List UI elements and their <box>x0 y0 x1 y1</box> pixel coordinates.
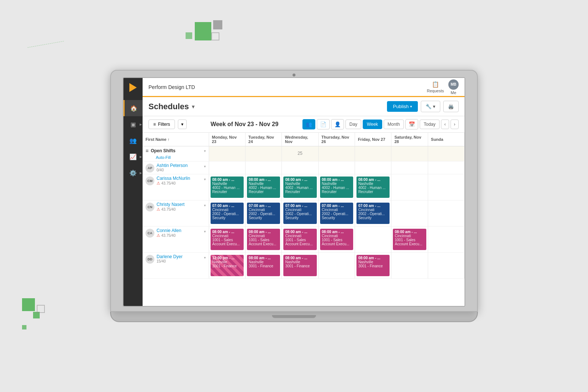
shift-cn-thu[interactable]: 07:00 am - ... Cincinnati 2002 - Operati… <box>318 200 355 227</box>
emp-name-ap[interactable]: Ashtin Peterson <box>157 163 202 168</box>
shift-card[interactable]: 08:00 am - ... Cincinnati 1001 - Sales A… <box>320 229 353 250</box>
shift-ca-tue[interactable]: 08:00 am - ... Cincinnati 1001 - Sales A… <box>245 227 282 253</box>
open-shift-thu <box>318 146 355 161</box>
filters-button[interactable]: ≡ Filters <box>148 120 175 129</box>
month-view-button[interactable]: Month <box>384 120 404 129</box>
day-view-button[interactable]: Day <box>345 120 361 129</box>
shift-card[interactable]: 08:00 am - ... Nashville 4002 - Human ..… <box>211 177 244 198</box>
emp-hours-cm: ⚠ 43.75/40 <box>157 181 202 186</box>
publish-chevron: ▾ <box>410 104 412 108</box>
shift-ca-thu[interactable]: 08:00 am - ... Cincinnati 1001 - Sales A… <box>318 227 355 253</box>
shift-card[interactable]: 07:00 am - ... Cincinnati 2002 - Operati… <box>211 203 244 224</box>
autofill-link[interactable]: Auto-Fill <box>143 155 209 161</box>
shift-dd-sat <box>391 253 428 279</box>
shift-card[interactable]: 08:00 am - ... Nashville 4002 - Human ..… <box>320 177 353 198</box>
reports-icon: 📈 <box>129 153 137 160</box>
people-icon: 👥 <box>129 137 137 144</box>
shift-cm-mon[interactable]: 08:00 am - ... Nashville 4002 - Human ..… <box>209 174 245 200</box>
shift-card[interactable]: 07:00 am - ... Cincinnati 2002 - Operati… <box>247 203 280 224</box>
open-shift-wed: 25 <box>282 146 318 161</box>
emp-name-ca[interactable]: Connie Allen <box>157 228 202 233</box>
sidebar-item-people[interactable]: 👥 <box>123 132 143 149</box>
shift-cm-wed[interactable]: 08:00 am - ... Nashville 4002 - Human ..… <box>282 174 318 200</box>
settings-icon: ⚙️ <box>129 170 137 177</box>
shift-card[interactable]: 08:00 am - ... Nashville 3001 - Finance <box>356 255 390 276</box>
prev-button[interactable]: ‹ <box>441 120 449 129</box>
shift-card[interactable]: 08:00 am - ... Nashville 4002 - Human ..… <box>247 177 280 198</box>
emp-chevron-cm: ▾ <box>204 177 206 181</box>
sidebar-item-reports[interactable]: 📈 ▶ <box>123 149 143 165</box>
filter-arrow-icon: ▾ <box>181 122 183 127</box>
publish-button[interactable]: Publish ▾ <box>387 101 418 112</box>
list-icon: 📄 <box>320 121 326 127</box>
shift-ca-mon[interactable]: 08:00 am - ... Cincinnati 1001 - Sales A… <box>209 227 245 253</box>
print-button[interactable]: 🖨️ <box>443 101 459 112</box>
shift-dd-fri[interactable]: 08:00 am - ... Nashville 3001 - Finance <box>355 253 391 279</box>
shift-card[interactable]: 08:00 am - ... Nashville 4002 - Human ..… <box>283 177 316 198</box>
col-mon: Monday, Nov 23 <box>209 133 245 146</box>
shift-card[interactable]: 07:00 am - ... Cincinnati 2002 - Operati… <box>283 203 316 224</box>
shift-ap-mon <box>209 161 245 174</box>
publish-label: Publish <box>393 104 409 109</box>
emp-name-dd[interactable]: Darlene Dyer <box>157 254 202 259</box>
shift-ca-sat[interactable]: 08:00 am - ... Cincinnati 1001 - Sales A… <box>391 227 428 253</box>
shift-card[interactable]: 08:00 am - ... Cincinnati 1001 - Sales A… <box>393 229 426 250</box>
filter-arrow-button[interactable]: ▾ <box>178 120 187 129</box>
shift-cm-thu[interactable]: 08:00 am - ... Nashville 4002 - Human ..… <box>318 174 355 200</box>
emp-chevron-ap: ▾ <box>204 164 206 168</box>
shift-card[interactable]: 07:00 am - ... Cincinnati 2002 - Operati… <box>356 203 390 224</box>
sidebar-item-home[interactable]: 🏠 <box>123 100 143 116</box>
shift-ap-tue <box>245 161 282 174</box>
calendar-icon-button[interactable]: 📅 <box>405 119 418 129</box>
requests-button[interactable]: 📋 Requests <box>427 81 444 93</box>
group-icon: 👥 <box>306 121 312 127</box>
shift-dd-wed[interactable]: 08:00 am - ... Nashville 3001 - Finance <box>282 253 318 279</box>
sidebar-item-schedules[interactable]: ▣ ▶ <box>123 116 143 132</box>
shift-card[interactable]: 08:00 am - ... Cincinnati 1001 - Sales A… <box>283 229 316 250</box>
emp-name-cm[interactable]: Carissa McNurlin <box>157 176 202 181</box>
today-button[interactable]: Today <box>420 120 440 129</box>
shift-card[interactable]: 12:00 pm - ... Nashville 3001 - Finance <box>211 255 244 276</box>
emp-chevron-dd: ▾ <box>204 256 206 260</box>
shift-cn-mon[interactable]: 07:00 am - ... Cincinnati 2002 - Operati… <box>209 200 245 227</box>
group-view-button[interactable]: 👥 <box>302 119 315 129</box>
schedule-table: First Name ↑ Monday, Nov 23 Tuesday, Nov… <box>143 133 465 279</box>
sidebar-item-settings[interactable]: ⚙️ ▶ <box>123 165 143 181</box>
week-view-button[interactable]: Week <box>363 120 382 129</box>
tool-chevron: ▾ <box>433 104 435 109</box>
tool-button[interactable]: 🔧 ▾ <box>421 101 440 112</box>
shift-cm-tue[interactable]: 08:00 am - ... Nashville 4002 - Human ..… <box>245 174 282 200</box>
schedule-title[interactable]: Schedules ▾ <box>148 102 194 111</box>
shift-ap-thu <box>318 161 355 174</box>
shift-dd-tue[interactable]: 08:00 am - ... Nashville 3001 - Finance <box>245 253 282 279</box>
week-label: Week of Nov 23 - Nov 29 <box>190 121 300 128</box>
shift-dd-mon[interactable]: 12:00 pm - ... Nashville 3001 - Finance <box>209 253 245 279</box>
next-button[interactable]: › <box>451 120 459 129</box>
open-shift-mon <box>209 146 245 161</box>
shift-card[interactable]: 08:00 am - ... Nashville 4002 - Human ..… <box>356 177 390 198</box>
open-shifts-chevron: ▾ <box>204 149 206 153</box>
shift-cn-wed[interactable]: 07:00 am - ... Cincinnati 2002 - Operati… <box>282 200 318 227</box>
shift-cn-fri[interactable]: 07:00 am - ... Cincinnati 2002 - Operati… <box>355 200 391 227</box>
person-view-button[interactable]: 👤 <box>331 119 344 129</box>
emp-hours-cn: ⚠ 43.75/40 <box>157 207 202 212</box>
sidebar: 🏠 ▣ ▶ 👥 📈 ▶ <box>123 78 143 306</box>
shift-card[interactable]: 08:00 am - ... Cincinnati 1001 - Sales A… <box>247 229 280 250</box>
filter-icon: ≡ <box>153 122 156 127</box>
shift-card[interactable]: 08:00 am - ... Nashville 3001 - Finance <box>283 255 316 276</box>
shift-cm-fri[interactable]: 08:00 am - ... Nashville 4002 - Human ..… <box>355 174 391 200</box>
emp-name-cn[interactable]: Christy Nasert <box>157 202 202 207</box>
shift-card[interactable]: 08:00 am - ... Nashville 3001 - Finance <box>247 255 280 276</box>
list-view-button[interactable]: 📄 <box>317 119 330 129</box>
col-tue: Tuesday, Nov 24 <box>245 133 282 146</box>
me-button[interactable]: MB Me <box>448 79 459 95</box>
shift-ca-wed[interactable]: 08:00 am - ... Cincinnati 1001 - Sales A… <box>282 227 318 253</box>
emp-hours-ca: ⚠ 43.75/40 <box>157 233 202 238</box>
shift-card[interactable]: 08:00 am - ... Cincinnati 1001 - Sales A… <box>211 229 244 250</box>
shift-cn-tue[interactable]: 07:00 am - ... Cincinnati 2002 - Operati… <box>245 200 282 227</box>
table-row: CN Christy Nasert ⚠ 43.75/40 <box>143 200 465 227</box>
emp-chevron-cn: ▾ <box>204 203 206 207</box>
topbar: Perform Design LTD 📋 Requests MB Me <box>143 78 465 97</box>
shift-card[interactable]: 07:00 am - ... Cincinnati 2002 - Operati… <box>320 203 353 224</box>
schedule-title-text: Schedules <box>148 102 189 111</box>
